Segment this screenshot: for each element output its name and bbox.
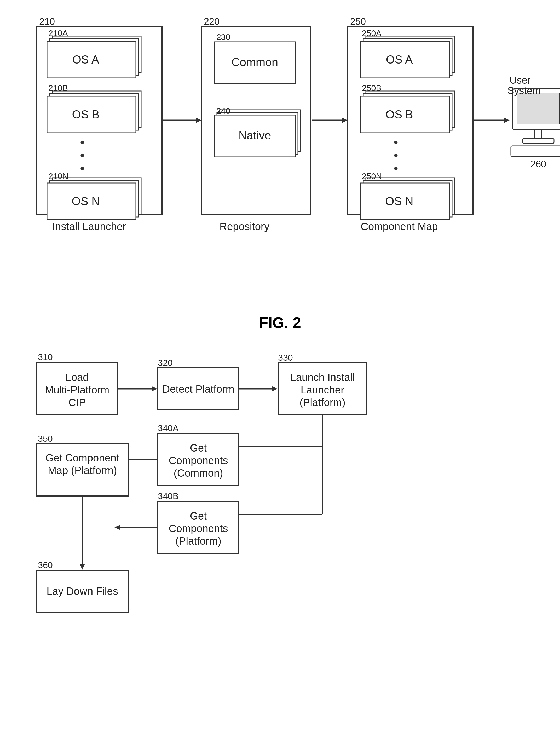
svg-text:Multi-Platform: Multi-Platform (45, 384, 109, 395)
svg-text:Load: Load (65, 371, 89, 383)
svg-text:•: • (394, 161, 398, 175)
svg-text:250B: 250B (362, 83, 381, 93)
svg-text:340A: 340A (158, 423, 179, 433)
svg-text:Install Launcher: Install Launcher (52, 221, 126, 232)
svg-text:OS N: OS N (72, 195, 100, 208)
svg-text:240: 240 (216, 106, 230, 116)
svg-text:220: 220 (204, 16, 220, 27)
fig2-diagram: 210 210A OS A 210B OS B • • • 210N OS N (21, 16, 539, 298)
svg-text:250A: 250A (362, 28, 381, 38)
svg-text:OS A: OS A (386, 53, 413, 66)
svg-text:CIP: CIP (68, 397, 86, 408)
svg-text:Launcher: Launcher (301, 384, 344, 395)
svg-text:330: 330 (278, 352, 293, 362)
svg-marker-104 (115, 525, 120, 530)
svg-marker-21 (196, 118, 201, 123)
svg-text:System: System (507, 85, 541, 96)
svg-text:Launch Install: Launch Install (290, 371, 355, 383)
svg-text:340B: 340B (158, 491, 179, 501)
svg-text:310: 310 (38, 352, 53, 362)
svg-marker-34 (342, 118, 347, 123)
svg-marker-57 (504, 118, 509, 123)
svg-text:230: 230 (216, 33, 230, 42)
svg-text:Repository: Repository (220, 221, 269, 232)
svg-text:Components: Components (169, 523, 228, 534)
svg-text:OS B: OS B (72, 108, 99, 121)
label-210: 210 (39, 16, 55, 27)
fig3-diagram: 310 Load Multi-Platform CIP 320 Detect P… (21, 347, 539, 753)
svg-text:Components: Components (169, 455, 228, 466)
svg-text:OS N: OS N (385, 195, 414, 208)
fig3-svg: 310 Load Multi-Platform CIP 320 Detect P… (21, 347, 543, 745)
svg-text:250: 250 (350, 16, 366, 27)
svg-text:(Platform): (Platform) (299, 397, 345, 408)
svg-text:(Common): (Common) (174, 467, 223, 479)
svg-rect-61 (523, 139, 554, 143)
svg-text:Component Map: Component Map (361, 221, 438, 232)
svg-text:•: • (80, 148, 85, 162)
svg-text:Get: Get (190, 442, 207, 453)
svg-text:•: • (80, 135, 85, 149)
svg-text:Detect Platform: Detect Platform (162, 383, 234, 395)
fig2-svg: 210 210A OS A 210B OS B • • • 210N OS N (21, 16, 543, 290)
svg-text:•: • (394, 148, 398, 162)
svg-text:260: 260 (531, 159, 546, 170)
svg-text:250N: 250N (362, 172, 382, 181)
svg-marker-110 (80, 564, 85, 570)
svg-text:•: • (394, 135, 398, 149)
svg-rect-59 (517, 93, 560, 124)
svg-marker-74 (152, 386, 157, 391)
svg-text:Native: Native (239, 129, 271, 142)
svg-text:320: 320 (158, 358, 173, 368)
svg-text:•: • (80, 161, 85, 175)
svg-text:Lay Down Files: Lay Down Files (46, 585, 118, 597)
svg-text:OS A: OS A (73, 53, 99, 66)
svg-text:210B: 210B (48, 83, 68, 93)
svg-text:210N: 210N (48, 172, 68, 181)
svg-rect-62 (511, 146, 560, 156)
svg-text:360: 360 (38, 560, 53, 570)
svg-text:350: 350 (38, 433, 53, 443)
fig2-title: FIG. 2 (21, 314, 539, 331)
svg-marker-79 (272, 386, 278, 391)
svg-text:Common: Common (232, 56, 278, 69)
svg-text:Get: Get (190, 510, 207, 522)
svg-text:(Platform): (Platform) (175, 535, 221, 547)
svg-text:Get Component: Get Component (45, 452, 119, 464)
svg-text:210A: 210A (48, 28, 68, 38)
svg-text:Map (Platform): Map (Platform) (48, 465, 117, 476)
svg-text:User: User (509, 75, 531, 86)
svg-text:OS B: OS B (385, 108, 413, 121)
